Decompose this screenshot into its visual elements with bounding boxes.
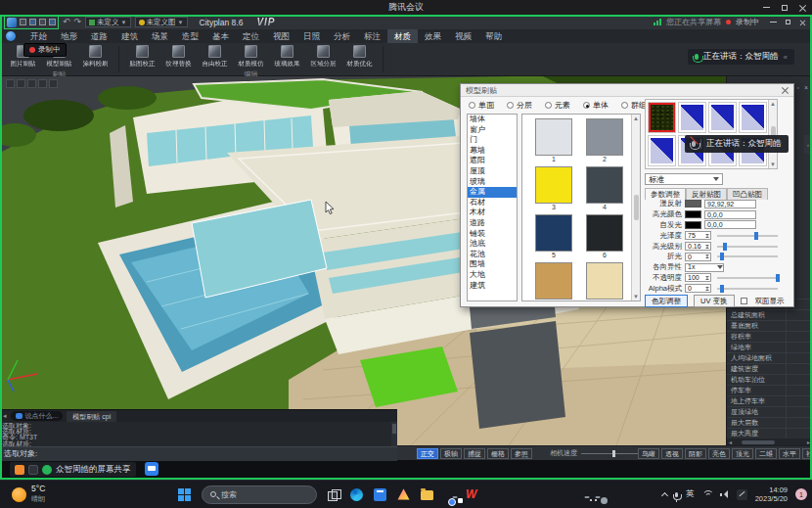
app-menu-sphere-icon[interactable] <box>6 31 16 41</box>
material-swatch[interactable]: 7 <box>528 262 579 301</box>
minimized-chat-icon[interactable] <box>145 462 158 476</box>
material-swatch[interactable]: 4 <box>579 166 630 211</box>
value-spinner[interactable]: 0 <box>685 284 711 293</box>
scroll-up-icon[interactable]: ▲ <box>633 115 639 121</box>
ribbon-tab[interactable]: 材质 <box>387 29 418 43</box>
status-view-button[interactable]: 二维 <box>755 448 777 459</box>
category-item[interactable]: 门 <box>468 135 517 146</box>
collapse-icon[interactable]: ◂ <box>3 412 7 420</box>
color-swatch[interactable] <box>685 210 701 218</box>
dialog-titlebar[interactable]: 模型刷贴 <box>461 84 793 97</box>
weather-widget[interactable]: 5°C 晴朗 <box>12 481 45 508</box>
texture-swatch[interactable] <box>678 102 706 133</box>
value-spinner[interactable]: 100 <box>685 273 711 282</box>
close-icon[interactable] <box>799 4 806 11</box>
ribbon-tab[interactable]: 地形 <box>54 29 84 43</box>
category-item[interactable]: 窗户 <box>468 125 517 136</box>
metric-row[interactable]: 建筑密度 <box>727 364 812 375</box>
ribbon-tab[interactable]: 场景 <box>145 29 175 43</box>
category-item[interactable]: 池底 <box>468 239 517 250</box>
category-item[interactable]: 玻璃 <box>468 177 517 188</box>
value-spinner[interactable]: 0.16 <box>685 242 711 251</box>
clock[interactable]: 14:09 2023/5/20 <box>755 485 788 503</box>
ribbon-button[interactable]: 区域分层 <box>305 45 341 69</box>
param-slider[interactable] <box>717 277 778 279</box>
metric-row[interactable]: 总建筑面积 <box>727 310 812 321</box>
save-icon[interactable] <box>39 19 46 25</box>
category-item[interactable]: 建筑 <box>468 281 517 292</box>
microsoft-store-icon[interactable] <box>374 488 386 501</box>
scroll-right-icon[interactable]: ▸ <box>807 439 810 445</box>
value-spinner[interactable]: 75 <box>685 231 711 240</box>
ribbon-button[interactable]: 纹理替换 <box>160 45 197 69</box>
viewport-nav-icon[interactable] <box>38 79 47 88</box>
ribbon-button[interactable]: 玻璃效果 <box>269 45 305 69</box>
screen-share-toolbar[interactable]: 众智周皓的屏幕共享 <box>10 462 136 477</box>
ribbon-tab[interactable]: 开始 <box>23 29 54 43</box>
category-item[interactable]: 围墙 <box>468 259 517 270</box>
ribbon-tab[interactable]: 建筑 <box>114 29 145 43</box>
command-input[interactable]: 选取对象: <box>0 446 397 461</box>
param-slider[interactable] <box>717 235 778 237</box>
minimize-icon[interactable] <box>763 7 770 8</box>
status-mode-button[interactable]: 极轴 <box>440 448 462 459</box>
texture-swatch[interactable] <box>648 135 676 166</box>
category-item[interactable]: 铺装 <box>468 229 517 240</box>
viewport-nav-icon[interactable] <box>27 79 36 88</box>
participants-icon[interactable] <box>15 465 24 475</box>
selection-mode-radio[interactable]: 群组 <box>621 100 647 111</box>
panel-close-icon[interactable]: × <box>804 84 808 91</box>
category-item[interactable]: 花池 <box>468 250 517 260</box>
texture-vscrollbar[interactable]: ▲▼ <box>768 100 777 168</box>
viewport-nav-icon[interactable] <box>6 79 15 88</box>
status-view-button[interactable]: 透视 <box>661 448 683 459</box>
material-swatch[interactable]: 5 <box>528 214 579 259</box>
maximize-icon[interactable] <box>782 5 788 11</box>
volume-icon[interactable] <box>720 490 729 498</box>
slider-thumb[interactable] <box>776 274 780 282</box>
photos-app-icon[interactable] <box>397 488 410 501</box>
category-item[interactable]: 大地 <box>468 270 517 281</box>
ribbon-button[interactable]: 材质模仿 <box>233 45 269 69</box>
ribbon-tab[interactable]: 定位 <box>236 29 266 43</box>
material-swatch[interactable]: 3 <box>528 166 579 211</box>
metric-row[interactable]: 机动车泊位 <box>727 375 812 386</box>
selection-mode-radio[interactable]: 单体 <box>583 100 609 111</box>
wifi-icon[interactable] <box>702 490 712 498</box>
ribbon-tab[interactable]: 造型 <box>175 29 205 43</box>
slider-thumb[interactable] <box>754 232 758 240</box>
category-item[interactable]: 屋顶 <box>468 166 517 177</box>
wps-office-icon[interactable]: W <box>466 488 476 501</box>
value-spinner[interactable]: 0 <box>685 253 711 261</box>
command-tab[interactable]: 模型刷贴 cpi <box>67 411 116 422</box>
scroll-up-icon[interactable]: ▲ <box>770 101 776 107</box>
layer-preset-dropdown[interactable]: 未定义▼ <box>85 17 130 27</box>
material-type-select[interactable]: 标准 <box>645 173 723 185</box>
status-mode-button[interactable]: 正交 <box>417 448 438 459</box>
camera-speed-slider[interactable] <box>581 453 638 454</box>
ribbon-tab[interactable]: 效果 <box>418 29 448 43</box>
view-preset-dropdown[interactable]: 未定义图▼ <box>135 17 188 27</box>
print-icon[interactable] <box>49 19 56 25</box>
texture-swatch[interactable] <box>648 102 676 133</box>
param-tab[interactable]: 参数调整 <box>645 188 686 200</box>
texture-swatch[interactable] <box>708 102 737 133</box>
status-view-button[interactable]: 阴影 <box>685 448 706 459</box>
uv-transform-button[interactable]: UV 变换 <box>694 295 735 307</box>
material-category-list[interactable]: 墙体窗户门幕墙遮阳屋顶玻璃金属石材木材道路铺装池底花池围墙大地建筑 <box>467 114 518 301</box>
scroll-down-icon[interactable]: ▼ <box>633 294 639 300</box>
param-slider[interactable] <box>717 246 778 248</box>
ribbon-tab[interactable]: 日照 <box>296 29 327 43</box>
task-view-icon[interactable] <box>328 489 339 499</box>
redo-icon[interactable]: ↷ <box>74 18 82 26</box>
selection-mode-radio[interactable]: 单面 <box>469 100 494 111</box>
ribbon-tab[interactable]: 帮助 <box>478 29 509 43</box>
category-item[interactable]: 石材 <box>468 198 517 208</box>
color-value-field[interactable]: 0,0,0 <box>704 220 756 229</box>
tray-mic-icon[interactable] <box>675 492 678 497</box>
ribbon-tab[interactable]: 视图 <box>266 29 296 43</box>
status-view-button[interactable]: 社区 <box>802 448 812 459</box>
meeting-chat-pill[interactable]: 说点什么... <box>11 411 64 421</box>
color-value-field[interactable]: 0,0,0 <box>704 210 756 219</box>
slider-thumb[interactable] <box>720 253 724 260</box>
